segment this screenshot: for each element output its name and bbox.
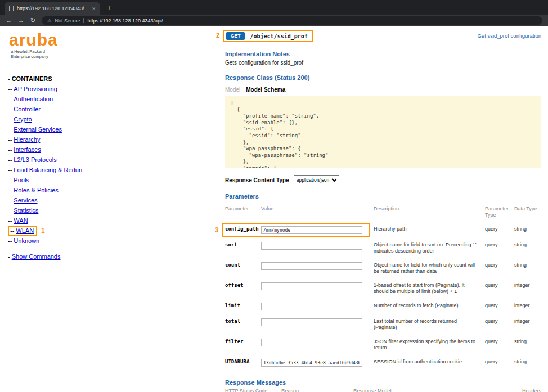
param-desc-filter: JSON filter expression specifying the it…	[374, 339, 485, 351]
sidebar-link-wlan[interactable]: WLAN	[16, 227, 34, 234]
param-dtype-limit: integer	[514, 303, 541, 308]
col-response-model: Response Model	[353, 388, 506, 392]
sidebar: -CONTAINERS --AP Provisioning --Authenti…	[8, 74, 82, 262]
param-row-config-path: 3 config_path Hierarchy path query strin…	[225, 222, 541, 238]
sidebar-item-services: --Services	[8, 195, 82, 205]
param-input-limit[interactable]	[261, 303, 362, 310]
col-parameter-type: Parameter Type	[485, 206, 514, 218]
sidebar-link-wan[interactable]: WAN	[14, 217, 28, 224]
param-desc-total: Last total number of records returned (P…	[374, 318, 485, 331]
annotation-1: 1	[41, 227, 45, 235]
param-input-filter[interactable]	[261, 339, 362, 346]
param-type-total: query	[485, 318, 514, 325]
param-row-count: count Object name for field for which on…	[225, 258, 541, 278]
back-icon[interactable]: ←	[6, 17, 12, 24]
param-dtype-config-path: string	[514, 226, 541, 232]
param-input-sort[interactable]	[261, 242, 362, 250]
operation-panel: 2 GET /object/ssid_prof Get ssid_prof co…	[225, 30, 541, 392]
tab-model-schema[interactable]: Model Schema	[246, 87, 285, 93]
tab-title: https://192.168.128.120:4343/...	[17, 6, 89, 11]
reload-icon[interactable]: ↻	[30, 17, 35, 24]
col-parameter: Parameter	[225, 206, 261, 218]
operation-summary-link[interactable]: Get ssid_prof configuration	[477, 33, 541, 39]
sidebar-header-containers: -CONTAINERS	[8, 74, 82, 84]
sidebar-link-services[interactable]: Services	[14, 197, 37, 204]
param-input-count[interactable]	[261, 262, 362, 270]
param-input-uidaruba[interactable]	[261, 359, 362, 367]
sidebar-link-roles-policies[interactable]: Roles & Policies	[14, 187, 58, 193]
sidebar-item-pools: --Pools	[8, 175, 82, 185]
brand-name: aruba	[9, 31, 58, 49]
param-type-config-path: query	[485, 226, 514, 232]
param-type-offset: query	[485, 282, 514, 289]
sidebar-item-authentication: --Authentication	[8, 94, 82, 104]
sidebar-link-statistics[interactable]: Statistics	[14, 207, 38, 214]
security-label: Not Secure	[55, 18, 80, 24]
page-content: aruba a Hewlett Packard Enterprise compa…	[0, 26, 548, 392]
param-name-count: count	[225, 262, 261, 268]
response-messages-title: Response Messages	[225, 379, 541, 386]
sidebar-link-load-balancing[interactable]: Load Balancing & Redun	[14, 166, 82, 173]
sidebar-link-authentication[interactable]: Authentication	[14, 96, 53, 102]
sidebar-item-controller: --Controller	[8, 104, 82, 114]
param-type-count: query	[485, 262, 514, 268]
sidebar-link-crypto[interactable]: Crypto	[14, 116, 32, 123]
sidebar-link-unknown[interactable]: Unknown	[14, 237, 39, 244]
sidebar-link-l2l3-protocols[interactable]: L2/L3 Protocols	[14, 156, 56, 163]
sidebar-item-show-commands: -Show Commands	[8, 251, 82, 262]
new-tab-icon[interactable]: +	[107, 3, 111, 12]
address-bar[interactable]: ⚠ Not Secure https://192.168.128.120:434…	[42, 16, 542, 25]
sidebar-link-ap-provisioning[interactable]: AP Provisioning	[14, 85, 57, 92]
response-messages-header: HTTP Status Code Reason Response Model H…	[225, 386, 541, 392]
sidebar-item-wan: --WAN	[8, 215, 82, 226]
col-reason: Reason	[281, 388, 353, 392]
col-http-status-code: HTTP Status Code	[225, 388, 281, 392]
param-dtype-total: integer	[514, 318, 541, 324]
warning-icon: ⚠	[47, 18, 51, 23]
page-icon	[9, 6, 14, 11]
operation-header: 2 GET /object/ssid_prof Get ssid_prof co…	[225, 30, 541, 42]
param-dtype-count: string	[514, 262, 541, 268]
col-data-type: Data Type	[514, 206, 541, 218]
param-row-offset: offset 1-based offset to start from (Pag…	[225, 278, 541, 299]
implementation-notes-text: Gets configuration for ssid_prof	[225, 60, 541, 66]
tab-model[interactable]: Model	[225, 87, 240, 93]
sidebar-item-load-balancing: --Load Balancing & Redun	[8, 165, 82, 175]
sidebar-link-hierarchy[interactable]: Hierarchy	[14, 136, 40, 143]
sidebar-item-hierarchy: --Hierarchy	[8, 134, 82, 145]
sidebar-item-roles-policies: --Roles & Policies	[8, 185, 82, 195]
forward-icon[interactable]: →	[18, 17, 24, 24]
url-text: https://192.168.128.120:4343/api/	[87, 18, 163, 24]
parameters-title: Parameters	[225, 193, 541, 200]
col-description: Description	[374, 206, 485, 218]
browser-tab[interactable]: https://192.168.128.120:4343/... ×	[5, 2, 100, 15]
param-name-filter: filter	[225, 339, 261, 344]
sidebar-item-interfaces: --Interfaces	[8, 145, 82, 155]
sidebar-link-interfaces[interactable]: Interfaces	[14, 146, 41, 153]
model-schema-code: [ { "profile-name": "string", "ssid_enab…	[225, 96, 541, 168]
sidebar-link-show-commands[interactable]: Show Commands	[12, 253, 61, 260]
sidebar-item-external-services: --External Services	[8, 124, 82, 134]
sidebar-link-pools[interactable]: Pools	[14, 177, 29, 183]
sidebar-item-crypto: --Crypto	[8, 114, 82, 124]
browser-toolbar: ← → ↻ ⚠ Not Secure https://192.168.128.1…	[0, 15, 548, 26]
param-input-config-path[interactable]	[261, 226, 362, 234]
col-headers: Headers	[506, 388, 541, 392]
close-icon[interactable]: ×	[92, 5, 96, 12]
brand-tagline: a Hewlett Packard Enterprise company	[11, 49, 58, 59]
param-desc-uidaruba: SESSION id from authentication cookie	[374, 359, 485, 365]
param-dtype-sort: string	[514, 242, 541, 247]
sidebar-link-controller[interactable]: Controller	[14, 106, 41, 112]
model-tabs: ModelModel Schema	[225, 87, 541, 93]
param-input-offset[interactable]	[261, 282, 362, 290]
param-type-uidaruba: query	[485, 359, 514, 365]
param-row-filter: filter JSON filter expression specifying…	[225, 335, 541, 355]
param-input-total[interactable]	[261, 318, 362, 326]
response-content-type-select[interactable]: application/json	[294, 175, 339, 184]
endpoint-path[interactable]: /object/ssid_prof	[250, 33, 307, 39]
sidebar-link-external-services[interactable]: External Services	[14, 126, 62, 133]
sidebar-item-statistics: --Statistics	[8, 205, 82, 215]
http-method-badge: GET	[226, 32, 245, 40]
param-type-limit: query	[485, 303, 514, 309]
omnibox-divider	[83, 18, 84, 23]
